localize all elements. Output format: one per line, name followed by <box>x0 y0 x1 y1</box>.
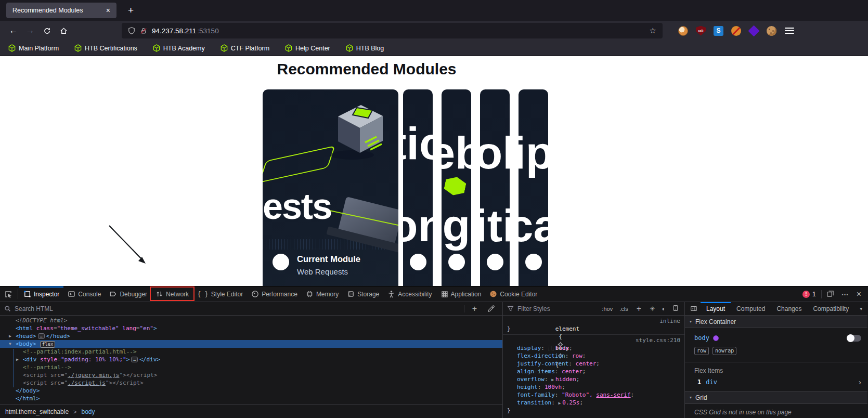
back-button[interactable]: ← <box>5 23 22 38</box>
markup-line[interactable]: ▼<body>flex <box>0 340 502 348</box>
tab-performance[interactable]: Performance <box>247 286 302 302</box>
dark-theme-icon[interactable]: ◐ <box>660 305 667 312</box>
htb-cube-icon <box>221 44 228 52</box>
cookie-blocker-extension-icon[interactable] <box>731 26 741 36</box>
layout-panel: ▾ Flex Container body row nowrap Flex It… <box>685 316 867 418</box>
s-extension-icon[interactable]: S <box>714 26 723 36</box>
markup-line[interactable]: <!--partial:index.partial.html--> <box>0 348 502 356</box>
devtools-close-button[interactable]: × <box>853 290 865 299</box>
value-expander-icon: ▶ <box>551 377 554 382</box>
accessibility-icon <box>387 290 395 298</box>
foxyproxy-extension-icon[interactable] <box>678 26 688 36</box>
bookmark-htb-academy[interactable]: HTB Academy <box>153 44 205 52</box>
css-declaration[interactable]: font-family: "Roboto", sans-serif; <box>503 391 684 399</box>
insecure-lock-icon[interactable] <box>140 27 147 35</box>
element-inline-rule[interactable]: element { inline } <box>503 317 684 335</box>
split-console-button[interactable] <box>823 290 838 298</box>
tab-changes[interactable]: Changes <box>771 302 807 315</box>
cookie-editor-extension-icon[interactable] <box>767 26 776 36</box>
bookmark-help-center[interactable]: Help Center <box>285 44 330 52</box>
devtools-menu-button[interactable]: ⋯ <box>838 290 853 298</box>
tab-accessibility[interactable]: Accessibility <box>383 286 436 302</box>
tab-style-editor[interactable]: { } Style Editor <box>193 286 247 302</box>
pseudo-class-toggle[interactable]: :hov <box>600 306 614 312</box>
pick-element-button[interactable] <box>0 286 17 302</box>
bookmark-htb-certifications[interactable]: HTB Certifications <box>74 44 137 52</box>
flex-element-name[interactable]: body <box>694 334 709 342</box>
filter-styles-bar[interactable]: Filter Styles :hov .cls + ☀ ◐ <box>503 302 684 316</box>
grid-section-header[interactable]: ▾ Grid <box>685 391 867 404</box>
sidebar-toggle-button[interactable] <box>687 305 701 312</box>
layout-sidebar-column: Layout Computed Changes Compatibility ▾ … <box>685 302 867 418</box>
shield-icon[interactable] <box>128 27 135 35</box>
body-style-rule[interactable]: body { style.css:210 display: flex;flex-… <box>503 336 684 414</box>
flex-container-header[interactable]: ▾ Flex Container <box>685 316 867 328</box>
markup-line[interactable]: <!--partial--> <box>0 363 502 371</box>
tab-inspector[interactable]: Inspector <box>19 286 63 302</box>
url-bar[interactable]: 94.237.58.211:53150 ☆ <box>122 23 663 38</box>
current-module-card[interactable]: ests Current Module Web Requests <box>263 89 398 286</box>
tab-cookie-editor[interactable]: Cookie Editor <box>485 286 541 302</box>
purple-diamond-extension-icon[interactable] <box>748 25 759 36</box>
css-declaration[interactable]: display: flex; <box>503 344 684 352</box>
markup-line[interactable]: <script src="./jquery.min.js"></script> <box>0 371 502 379</box>
print-simulation-icon[interactable] <box>671 305 680 313</box>
new-tab-button[interactable]: + <box>124 5 138 16</box>
module-card-partial[interactable]: eb g <box>442 89 471 286</box>
error-count-badge[interactable]: ! 1 <box>802 291 816 298</box>
markup-line[interactable]: <!DOCTYPE html> <box>0 317 502 324</box>
tab-network[interactable]: Network <box>151 286 193 302</box>
markup-line[interactable]: <script src="./script.js"></script> <box>0 379 502 387</box>
reload-button[interactable] <box>38 23 55 38</box>
module-card-partial[interactable]: ol iti <box>480 89 510 286</box>
chevron-right-icon[interactable]: › <box>859 377 861 386</box>
flex-color-swatch[interactable] <box>713 335 719 341</box>
html-markup-view[interactable]: <!DOCTYPE html><html class="theme_switch… <box>0 316 502 404</box>
tab-overflow-caret-icon[interactable]: ▾ <box>857 306 865 311</box>
eyedropper-button[interactable] <box>484 305 498 312</box>
markup-line[interactable]: </body> <box>0 387 502 395</box>
tab-storage[interactable]: Storage <box>343 286 383 302</box>
tab-memory[interactable]: Memory <box>302 286 343 302</box>
bookmark-ctf-platform[interactable]: CTF Platform <box>221 44 269 52</box>
tab-console[interactable]: Console <box>63 286 105 302</box>
add-node-button[interactable]: + <box>469 304 480 314</box>
flex-item-row[interactable]: 1 div › <box>685 376 867 391</box>
forward-button[interactable]: → <box>22 23 38 38</box>
css-declaration[interactable]: justify-content: center; <box>503 360 684 368</box>
module-card-partial[interactable]: ip ca <box>519 89 548 286</box>
tab-application[interactable]: Application <box>436 286 486 302</box>
markup-line[interactable]: <html class="theme_switchable" lang="en"… <box>0 324 502 332</box>
tab-computed[interactable]: Computed <box>731 302 771 315</box>
breadcrumb-html[interactable]: html.theme_switchable <box>5 408 69 415</box>
light-theme-icon[interactable]: ☀ <box>648 305 657 312</box>
tab-layout[interactable]: Layout <box>701 302 731 315</box>
ublock-extension-icon[interactable]: uO <box>696 26 706 36</box>
flex-highlight-toggle[interactable] <box>847 335 861 342</box>
home-button[interactable] <box>55 23 72 38</box>
tab-close-icon[interactable]: × <box>103 6 113 15</box>
bookmark-star-icon[interactable]: ☆ <box>650 26 656 35</box>
menu-button[interactable] <box>785 28 794 34</box>
search-html-bar[interactable]: Search HTML + <box>0 302 502 316</box>
breadcrumb-body[interactable]: body <box>82 408 95 415</box>
markup-line[interactable]: ▶<div style="padding: 10% 10%;">…</div> <box>0 356 502 363</box>
css-declaration[interactable]: align-items: center; <box>503 368 684 375</box>
browser-tab[interactable]: Recommended Modules × <box>6 3 116 18</box>
css-declaration[interactable]: height: 100vh; <box>503 383 684 391</box>
class-toggle[interactable]: .cls <box>618 306 630 312</box>
rule-source-inline[interactable]: inline <box>659 317 680 325</box>
markup-line[interactable]: ▶<head>…</head> <box>0 332 502 340</box>
css-rules-view[interactable]: element { inline } body { style.css:210 <box>503 316 684 418</box>
module-card-partial[interactable]: tic on <box>403 89 433 286</box>
rule-source-link[interactable]: style.css:210 <box>636 336 680 344</box>
markup-line[interactable]: </html> <box>0 395 502 402</box>
add-rule-button[interactable]: + <box>633 304 644 314</box>
css-declaration[interactable]: transition: ▶0.25s; <box>503 399 684 407</box>
bookmark-htb-blog[interactable]: HTB Blog <box>346 44 384 52</box>
tab-debugger[interactable]: Debugger <box>105 286 151 302</box>
css-declaration[interactable]: overflow: ▶hidden; <box>503 375 684 383</box>
tab-compatibility[interactable]: Compatibility <box>807 302 854 315</box>
css-declaration[interactable]: flex-direction: row; <box>503 352 684 360</box>
bookmark-main-platform[interactable]: Main Platform <box>8 44 59 52</box>
